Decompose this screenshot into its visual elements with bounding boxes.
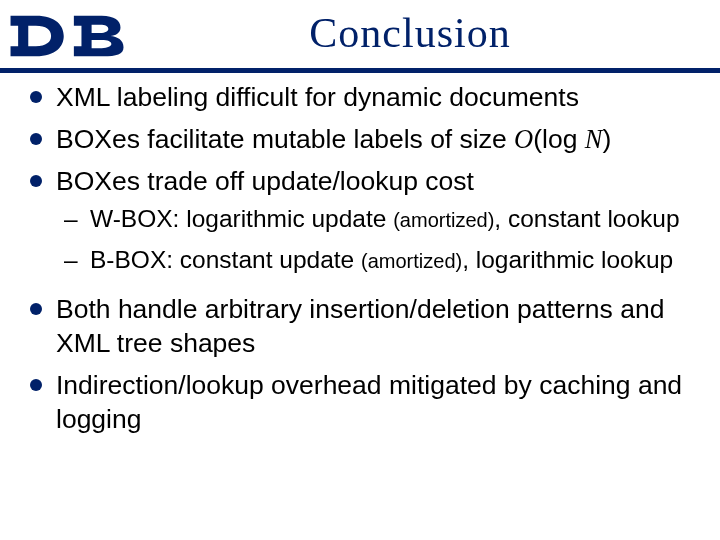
slide-body: XML labeling difficult for dynamic docum…	[0, 73, 720, 445]
slide-title: Conclusion	[160, 9, 720, 57]
bullet-text: )	[602, 124, 611, 154]
bullet-text-small: (amortized)	[361, 250, 462, 272]
slide: Conclusion XML labeling difficult for dy…	[0, 0, 720, 540]
duke-logo	[8, 10, 160, 62]
bullet-text: Both handle arbitrary insertion/deletion…	[56, 294, 664, 358]
bullet-text: Indirection/lookup overhead mitigated by…	[56, 370, 682, 434]
bullet-text: W-BOX: logarithmic update	[90, 205, 393, 232]
bullet-text-small: (amortized)	[393, 209, 494, 231]
bullet-item: BOXes trade off update/lookup cost W-BOX…	[28, 165, 696, 294]
math-italic: N	[585, 124, 603, 154]
bullet-text: B-BOX: constant update	[90, 246, 361, 273]
bullet-text: (log	[533, 124, 585, 154]
bullet-item: BOXes facilitate mutable labels of size …	[28, 123, 696, 165]
bullet-text: BOXes trade off update/lookup cost	[56, 166, 474, 196]
bullet-text: , logarithmic lookup	[462, 246, 673, 273]
bullet-text: BOXes facilitate mutable labels of size	[56, 124, 514, 154]
duke-logo-icon	[8, 10, 160, 62]
bullet-text: XML labeling difficult for dynamic docum…	[56, 82, 579, 112]
bullet-list: XML labeling difficult for dynamic docum…	[28, 81, 696, 445]
math-italic: O	[514, 124, 533, 154]
bullet-text: , constant lookup	[494, 205, 679, 232]
bullet-item: Both handle arbitrary insertion/deletion…	[28, 293, 696, 369]
bullet-item: XML labeling difficult for dynamic docum…	[28, 81, 696, 123]
sub-bullet-list: W-BOX: logarithmic update (amortized), c…	[56, 203, 696, 286]
slide-header: Conclusion	[0, 0, 720, 66]
sub-bullet-item: W-BOX: logarithmic update (amortized), c…	[56, 203, 696, 244]
sub-bullet-item: B-BOX: constant update (amortized), loga…	[56, 244, 696, 285]
bullet-item: Indirection/lookup overhead mitigated by…	[28, 369, 696, 445]
